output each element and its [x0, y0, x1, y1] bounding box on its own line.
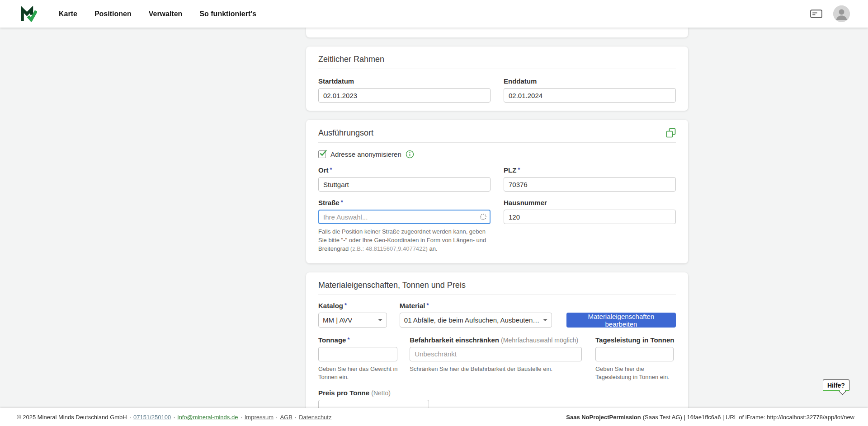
- enddatum-label: Enddatum: [504, 77, 676, 85]
- material-select[interactable]: 01 Abfälle, die beim Aufsuchen, Ausbeute…: [400, 313, 552, 328]
- card-title-location: Ausführungsort: [318, 128, 373, 138]
- divider: [318, 142, 676, 143]
- required-marker: *: [518, 166, 520, 173]
- required-marker: *: [330, 166, 332, 173]
- trafficability-input[interactable]: [410, 347, 582, 361]
- katalog-label: Katalog: [318, 302, 343, 309]
- required-marker: *: [344, 302, 347, 309]
- startdatum-input[interactable]: [318, 88, 491, 103]
- daily-output-input[interactable]: [595, 347, 674, 361]
- footer-left: © 2025 Mineral Minds Deutschland GmbH · …: [17, 414, 331, 421]
- logo-icon: [20, 6, 37, 22]
- navbar-right: [810, 5, 850, 22]
- hausnummer-label: Hausnummer: [504, 199, 547, 206]
- preis-label: Preis pro Tonne: [318, 389, 369, 397]
- city-input[interactable]: [318, 177, 491, 192]
- anonymize-checkbox[interactable]: [318, 150, 326, 158]
- footer-env-bold: Saas NoProjectPermission: [566, 414, 641, 421]
- tonnage-hint: Geben Sie hier das Gewicht in Tonnen ein…: [318, 365, 404, 382]
- footer-env-rest: (Saas Test AG) | 16fae1ffc6a6 | URL of i…: [643, 414, 854, 421]
- card-title-material: Materialeigenschaften, Tonnen und Preis: [318, 281, 466, 290]
- duplicate-icon[interactable]: [666, 128, 676, 138]
- material-label: Material: [400, 302, 425, 309]
- footer-separator: ·: [240, 414, 242, 421]
- nav-item-karte[interactable]: Karte: [59, 10, 77, 18]
- footer-separator: ·: [276, 414, 278, 421]
- befahrbarkeit-label: Befahrbarkeit einschränken: [410, 336, 499, 344]
- chevron-down-icon: [543, 319, 547, 321]
- nav-item-so-funktionierts[interactable]: So funktioniert's: [199, 10, 256, 18]
- tonnage-label: Tonnage: [318, 336, 346, 344]
- main-nav: Karte Positionen Verwalten So funktionie…: [59, 10, 256, 18]
- footer-phone-link[interactable]: 07151/250100: [133, 414, 171, 421]
- form-column: Zeitlicher Rahmen Startdatum Enddatum Au…: [306, 28, 688, 422]
- footer-link-impressum[interactable]: Impressum: [245, 414, 274, 421]
- nav-item-verwalten[interactable]: Verwalten: [149, 10, 183, 18]
- footer-separator: ·: [173, 414, 175, 421]
- edit-material-button[interactable]: Materialeigenschaften bearbeiten: [566, 313, 676, 328]
- befahrbarkeit-hint: Schränken Sie hier die Befahrbarkeit der…: [410, 365, 595, 374]
- card-timeframe: Zeitlicher Rahmen Startdatum Enddatum: [306, 47, 688, 111]
- top-navbar: Karte Positionen Verwalten So funktionie…: [0, 0, 868, 28]
- divider: [318, 295, 676, 295]
- street-input[interactable]: [318, 210, 491, 224]
- required-marker: *: [427, 302, 429, 309]
- footer-link-datenschutz[interactable]: Datenschutz: [299, 414, 331, 421]
- brand-logo[interactable]: [20, 6, 37, 22]
- anonymize-checkbox-row: Adresse anonymisieren: [318, 150, 676, 159]
- postcode-input[interactable]: [504, 177, 676, 192]
- info-icon[interactable]: [406, 150, 414, 159]
- footer-email-link[interactable]: info@mineral-minds.de: [178, 414, 238, 421]
- footer-copyright: © 2025 Mineral Minds Deutschland GmbH: [17, 414, 127, 421]
- loading-spinner-icon: [480, 214, 486, 220]
- chevron-down-icon: [378, 319, 382, 321]
- person-icon: [833, 5, 850, 22]
- required-marker: *: [347, 336, 349, 343]
- card-material: Materialeigenschaften, Tonnen und Preis …: [306, 272, 688, 423]
- payment-card-icon[interactable]: [810, 9, 822, 19]
- tagesleistung-label: Tagesleistung in Tonnen: [595, 336, 674, 344]
- preis-label-suffix: (Netto): [371, 389, 391, 397]
- housenumber-input[interactable]: [504, 210, 676, 224]
- tagesleistung-hint: Geben Sie hier die Tagesleistung in Tonn…: [595, 365, 676, 382]
- card-title-timeframe: Zeitlicher Rahmen: [318, 55, 384, 64]
- strasse-label: Straße: [318, 199, 340, 206]
- card-location: Ausführungsort Adresse anonymisieren: [306, 120, 688, 263]
- enddatum-input[interactable]: [504, 88, 676, 103]
- user-avatar[interactable]: [833, 5, 850, 22]
- footer-link-agb[interactable]: AGB: [280, 414, 292, 421]
- card-partial-top: [306, 28, 688, 37]
- footer: © 2025 Mineral Minds Deutschland GmbH · …: [0, 408, 868, 426]
- plz-label: PLZ: [504, 166, 516, 174]
- startdatum-label: Startdatum: [318, 77, 491, 85]
- help-button[interactable]: Hilfe?: [823, 379, 849, 391]
- street-hint: Falls die Position keiner Straße zugeord…: [318, 228, 491, 253]
- tonnage-input[interactable]: [318, 347, 397, 361]
- anonymize-label: Adresse anonymisieren: [330, 150, 401, 158]
- footer-env-info: Saas NoProjectPermission (Saas Test AG) …: [566, 414, 854, 421]
- divider: [318, 69, 676, 69]
- page-content: Zeitlicher Rahmen Startdatum Enddatum Au…: [0, 0, 868, 422]
- footer-separator: ·: [129, 414, 131, 421]
- required-marker: *: [341, 199, 343, 206]
- befahrbarkeit-label-suffix: (Mehrfachauswahl möglich): [501, 337, 578, 344]
- ort-label: Ort: [318, 166, 329, 174]
- katalog-select[interactable]: MM | AVV: [318, 313, 387, 328]
- footer-separator: ·: [295, 414, 297, 421]
- nav-item-positionen[interactable]: Positionen: [94, 10, 132, 18]
- check-icon: [319, 149, 327, 157]
